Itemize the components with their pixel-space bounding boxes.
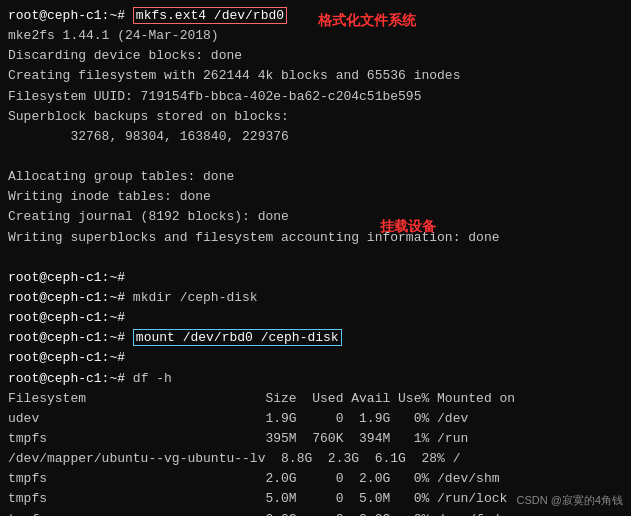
prompt5: root@ceph-c1:~#: [8, 350, 133, 365]
prompt6: root@ceph-c1:~#: [8, 371, 133, 386]
line-prompt3: root@ceph-c1:~#: [8, 348, 623, 368]
output-journal: Creating journal (8192 blocks): done: [8, 209, 289, 224]
output-mke2fs: mke2fs 1.44.1 (24-Mar-2018): [8, 28, 219, 43]
line-uuid: Filesystem UUID: 719154fb-bbca-402e-ba62…: [8, 87, 623, 107]
row-udev: udev 1.9G 0 1.9G 0% /dev: [8, 411, 468, 426]
output-alloc: Allocating group tables: done: [8, 169, 234, 184]
line-journal: Creating journal (8192 blocks): done: [8, 207, 623, 227]
line-inode: Writing inode tables: done: [8, 187, 623, 207]
cmd-df: df -h: [133, 371, 172, 386]
line-mount: root@ceph-c1:~# mount /dev/rbd0 /ceph-di…: [8, 328, 623, 348]
watermark: CSDN @寂寞的4角钱: [516, 493, 623, 508]
row-tmpfs2: tmpfs 2.0G 0 2.0G 0% /dev/shm: [8, 471, 499, 486]
line-prompt2: root@ceph-c1:~#: [8, 308, 623, 328]
prompt2: root@ceph-c1:~#: [8, 290, 133, 305]
table-row-mapper: /dev/mapper/ubuntu--vg-ubuntu--lv 8.8G 2…: [8, 449, 623, 469]
row-tmpfs1: tmpfs 395M 760K 394M 1% /run: [8, 431, 468, 446]
table-row-tmpfs2: tmpfs 2.0G 0 2.0G 0% /dev/shm: [8, 469, 623, 489]
output-superblock: Superblock backups stored on blocks:: [8, 109, 289, 124]
prompt1: root@ceph-c1:~#: [8, 270, 133, 285]
line-blocks: 32768, 98304, 163840, 229376: [8, 127, 623, 147]
table-row-tmpfs4: tmpfs 2.0G 0 2.0G 0% /sys/fs/cgroup: [8, 510, 623, 516]
line-superblock: Superblock backups stored on blocks:: [8, 107, 623, 127]
output-blocks: 32768, 98304, 163840, 229376: [8, 129, 289, 144]
prompt3: root@ceph-c1:~#: [8, 310, 133, 325]
cmd-mount: mount /dev/rbd0 /ceph-disk: [133, 329, 342, 346]
line-mke2fs: mke2fs 1.44.1 (24-Mar-2018): [8, 26, 623, 46]
output-uuid: Filesystem UUID: 719154fb-bbca-402e-ba62…: [8, 89, 421, 104]
output-creating-fs: Creating filesystem with 262144 4k block…: [8, 68, 460, 83]
table-row-udev: udev 1.9G 0 1.9G 0% /dev: [8, 409, 623, 429]
cmd-mkdir: mkdir /ceph-disk: [133, 290, 258, 305]
line-writing: Writing superblocks and filesystem accou…: [8, 228, 623, 248]
line-df: root@ceph-c1:~# df -h: [8, 369, 623, 389]
row-mapper: /dev/mapper/ubuntu--vg-ubuntu--lv 8.8G 2…: [8, 451, 460, 466]
table-header: Filesystem Size Used Avail Use% Mounted …: [8, 389, 623, 409]
prompt: root@ceph-c1:~#: [8, 8, 133, 23]
row-tmpfs3: tmpfs 5.0M 0 5.0M 0% /run/lock: [8, 491, 507, 506]
output-discard: Discarding device blocks: done: [8, 48, 242, 63]
annotation-mount: 挂载设备: [380, 218, 436, 236]
line-blank2: [8, 248, 623, 268]
cmd-mkfs: mkfs.ext4 /dev/rbd0: [133, 7, 287, 24]
line-mkdir: root@ceph-c1:~# mkdir /ceph-disk: [8, 288, 623, 308]
line-alloc: Allocating group tables: done: [8, 167, 623, 187]
line-discard: Discarding device blocks: done: [8, 46, 623, 66]
prompt4: root@ceph-c1:~#: [8, 330, 133, 345]
row-tmpfs4: tmpfs 2.0G 0 2.0G 0% /sys/fs/cgroup: [8, 512, 546, 516]
line-prompt1: root@ceph-c1:~#: [8, 268, 623, 288]
header-text: Filesystem Size Used Avail Use% Mounted …: [8, 391, 515, 406]
annotation-format: 格式化文件系统: [318, 12, 416, 30]
terminal-window: root@ceph-c1:~# mkfs.ext4 /dev/rbd0 mke2…: [0, 0, 631, 516]
line-mkfs: root@ceph-c1:~# mkfs.ext4 /dev/rbd0: [8, 6, 623, 26]
table-row-tmpfs1: tmpfs 395M 760K 394M 1% /run: [8, 429, 623, 449]
output-inode: Writing inode tables: done: [8, 189, 211, 204]
line-creating-fs: Creating filesystem with 262144 4k block…: [8, 66, 623, 86]
line-blank1: [8, 147, 623, 167]
